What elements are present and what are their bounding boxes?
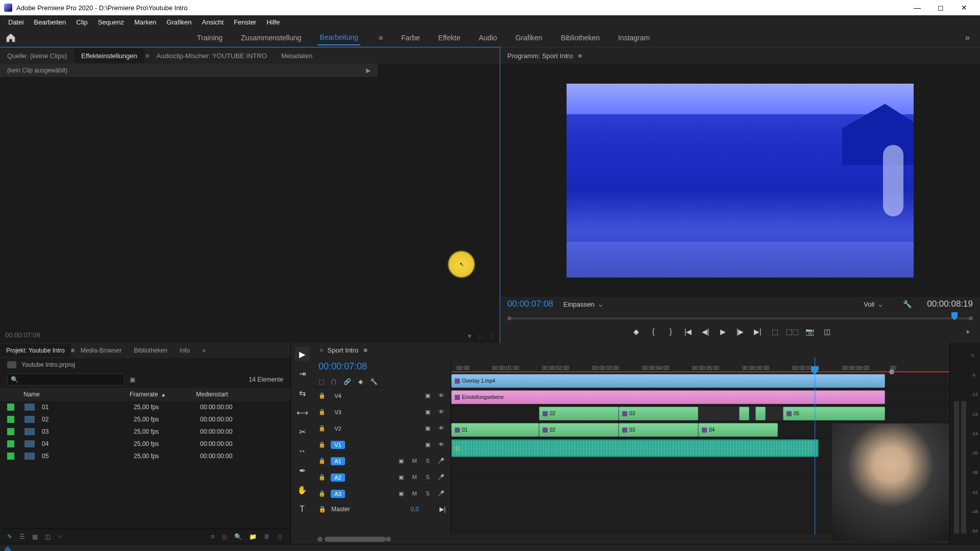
track-select-tool[interactable]: ⇥ [295,366,309,381]
toggle-sync-icon[interactable]: ▣ [423,441,432,448]
status-icon[interactable] [4,546,11,552]
sort-icon[interactable]: ≡ [211,533,214,540]
header-name[interactable]: Name [7,391,130,398]
workspace-grafiken[interactable]: Grafiken [513,31,545,45]
toggle-output-icon[interactable]: 👁 [436,392,446,399]
clip[interactable]: 03 [619,407,698,420]
go-to-end-icon[interactable]: ▶| [439,506,446,513]
master-value[interactable]: 0,0 [410,506,419,513]
clip[interactable]: 03 [619,423,698,437]
clip[interactable]: 01 [451,423,539,437]
lock-icon[interactable]: 🔒 [318,441,326,448]
program-menu-icon[interactable]: ≡ [578,52,582,60]
toggle-sync-icon[interactable]: ▣ [397,458,406,464]
tab-media-browser[interactable]: Media-Browser [75,344,128,357]
clip[interactable]: 05 [783,407,885,420]
tab-audio-mixer[interactable]: Audioclip-Mischer: YOUTUBE INTRO [149,48,274,63]
lock-icon[interactable]: 🔒 [318,392,326,399]
tab-project[interactable]: Projekt: Youtube Intro [0,344,71,357]
project-search-input[interactable]: 🔍 [7,373,125,386]
toggle-sync-icon[interactable]: ▣ [423,392,432,399]
header-mediastart[interactable]: Medienstart [196,391,283,398]
slip-tool[interactable]: ↔ [295,444,309,458]
zoom-slider[interactable]: ○ [58,533,61,540]
pen-icon[interactable]: ✎ [7,533,12,540]
step-forward-button[interactable]: |▶ [735,327,745,337]
solo-button[interactable]: S [423,490,432,497]
toggle-output-icon[interactable]: 👁 [436,409,446,415]
lock-icon[interactable]: 🔒 [318,474,326,481]
mute-button[interactable]: M [410,458,419,464]
track-header-v4[interactable]: 🔒V4▣👁 [313,387,451,404]
header-framerate[interactable]: Framerate▲ [130,391,196,398]
workspace-audio[interactable]: Audio [477,31,499,45]
menu-ansicht[interactable]: Ansicht [197,16,229,28]
track-v2[interactable]: 02 03 05 [451,405,949,421]
settings-wrench-icon[interactable]: 🔧 [903,300,912,308]
audio-clip[interactable] [451,439,819,457]
mark-in-button[interactable]: { [648,327,658,337]
menu-fenster[interactable]: Fenster [229,16,261,28]
track-header-a2[interactable]: 🔒A2▣MS🎤 [313,469,451,485]
marker-tool-icon[interactable]: ◆ [358,378,363,385]
type-tool[interactable]: T [295,502,309,516]
sequence-end-marker[interactable] [889,369,894,374]
program-timecode-current[interactable]: 00:00:07:08 [507,299,553,309]
clip[interactable]: 02 [539,423,619,437]
project-row[interactable]: 0425,00 fps00:00:00:00 [0,438,290,450]
workspace-training[interactable]: Training [195,31,225,45]
workspace-overflow-icon[interactable]: » [965,33,975,42]
clip[interactable] [755,407,766,420]
close-button[interactable]: ✕ [952,0,976,15]
menu-clip[interactable]: Clip [71,16,92,28]
hand-tool[interactable]: ✋ [295,483,309,497]
panel-menu-icon[interactable]: ≡ [145,52,150,60]
workspace-farbe[interactable]: Farbe [399,31,422,45]
clip[interactable]: 02 [539,407,619,420]
filter-icon[interactable]: ▼ [467,333,473,340]
toggle-sync-icon[interactable]: ▣ [423,425,432,432]
tab-metadata[interactable]: Metadaten [274,48,320,63]
automate-icon[interactable]: ▦ [222,533,227,540]
program-video-frame[interactable] [567,84,914,278]
menu-hilfe[interactable]: Hilfe [261,16,285,28]
zoom-fit-dropdown[interactable]: Einpassen⌵ [564,300,603,308]
workspace-bearbeitung[interactable]: Bearbeitung [317,30,360,45]
track-v3[interactable]: Einstellungsebene [451,389,949,405]
nest-icon[interactable]: ⬚ [318,378,324,385]
clip[interactable] [739,407,749,420]
toggle-sync-icon[interactable]: ▣ [397,474,406,481]
track-header-v3[interactable]: 🔒V3▣👁 [313,404,451,420]
menu-sequenz[interactable]: Sequenz [93,16,129,28]
extract-button[interactable]: ⬚⬚ [787,327,797,337]
tab-info[interactable]: Info [174,344,196,357]
new-item-icon[interactable]: 🗎 [264,533,270,540]
button-editor-button[interactable]: + [963,327,973,337]
go-to-in-button[interactable]: |◀ [683,327,693,337]
comparison-view-button[interactable]: ◫ [822,327,832,337]
step-back-button[interactable]: ◀| [700,327,710,337]
scrub-handle-right[interactable] [969,316,973,320]
mark-out-button[interactable]: } [666,327,676,337]
toggle-sync-icon[interactable]: ▣ [423,409,432,415]
quality-dropdown[interactable]: Voll⌵ [864,300,883,308]
clip-overlay[interactable]: Overlay 1.mp4 [451,374,885,388]
menu-datei[interactable]: Datei [3,16,29,28]
add-marker-button[interactable]: ◆ [631,327,641,337]
lock-icon[interactable]: 🔒 [318,458,326,464]
linked-selection-icon[interactable]: 🔗 [344,378,351,385]
home-icon[interactable] [5,32,16,43]
tab-libraries[interactable]: Bibliotheken [128,344,173,357]
solo-button[interactable]: S [423,458,432,464]
filter-bin-icon[interactable]: ▣ [130,376,135,383]
go-to-out-button[interactable]: ▶| [752,327,763,337]
project-menu-icon[interactable]: ≡ [71,347,75,354]
solo-button[interactable]: S [423,474,432,481]
project-row[interactable]: 0125,00 fps00:00:00:00 [0,401,290,413]
menu-marken[interactable]: Marken [129,16,161,28]
new-bin-icon[interactable]: 📁 [249,533,257,540]
lift-button[interactable]: ⬚ [770,327,780,337]
list-view-icon[interactable]: ☰ [19,533,25,540]
project-row[interactable]: 0225,00 fps00:00:00:00 [0,413,290,425]
razor-tool[interactable]: ✂ [295,424,309,439]
